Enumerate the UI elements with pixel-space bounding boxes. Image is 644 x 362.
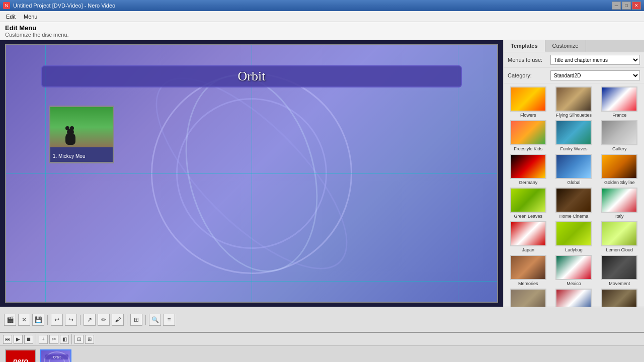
tl-play-btn[interactable]: ▶ (14, 335, 23, 344)
tl-zoom-select[interactable]: ⊡ (74, 335, 84, 344)
pen-btn[interactable]: ✏ (98, 314, 110, 326)
template-home-cinema[interactable]: Home Cinema (552, 188, 596, 219)
category-row: Category: Standard2D (504, 68, 644, 83)
template-italy[interactable]: Italy (598, 188, 641, 219)
template-netherlands[interactable]: Netherlands (552, 289, 596, 307)
template-thumb-germany (510, 154, 546, 179)
template-thumb-flowers (510, 86, 546, 112)
template-flying-silhouettes[interactable]: Flying Silhouettes (552, 86, 596, 118)
dvd-canvas[interactable]: Orbit 1. Mickey Mou (5, 44, 498, 303)
maximize-button[interactable]: □ (622, 2, 631, 10)
minimize-button[interactable]: ─ (612, 2, 621, 10)
list-btn[interactable]: ≡ (163, 314, 175, 326)
window-title: Untitled Project [DVD-Video] - Nero Vide… (13, 3, 612, 9)
template-name-global: Global (567, 180, 580, 185)
template-name-flying-silhouettes: Flying Silhouettes (556, 113, 592, 118)
redo-btn[interactable]: ↪ (65, 314, 77, 326)
template-thumb-golden-skyline (601, 154, 637, 179)
template-name-lemon-cloud: Lemon Cloud (606, 247, 633, 252)
template-ladybug[interactable]: Ladybug (552, 221, 596, 252)
tl-add-btn[interactable]: + (39, 335, 48, 344)
template-thumb-italy (601, 188, 637, 213)
close-button[interactable]: ✕ (632, 2, 641, 10)
thumb-scene (50, 107, 113, 147)
grid-btn[interactable]: ⊞ (130, 314, 142, 326)
clip-intro-thumb: nero (5, 349, 36, 362)
template-thumb-home-cinema (555, 188, 592, 213)
menus-to-use-select[interactable]: Title and chapter menus (550, 55, 640, 65)
mickey-body (65, 133, 75, 145)
template-name-golden-skyline: Golden Skyline (604, 180, 635, 185)
tl-back-btn[interactable]: ⏮ (3, 335, 12, 344)
template-thumb-france (601, 86, 637, 112)
template-thumb-japan (510, 221, 546, 246)
clip-main-menu[interactable]: Orbit Main Menu (40, 349, 71, 362)
svg-text:Orbit: Orbit (53, 355, 60, 359)
window-controls[interactable]: ─ □ ✕ (612, 2, 641, 10)
category-label: Category: (508, 72, 550, 78)
brush-btn[interactable]: 🖌 (112, 314, 124, 326)
tl-stop-btn[interactable]: ⏹ (24, 335, 33, 344)
menu-edit[interactable]: Edit (2, 13, 20, 21)
tab-templates[interactable]: Templates (504, 40, 545, 52)
delete-btn[interactable]: ✕ (18, 314, 30, 326)
template-gallery[interactable]: Gallery (598, 120, 641, 151)
template-freestyle-kids[interactable]: Freestyle Kids (507, 120, 550, 151)
bottom-toolbar: 🎬 ✕ 💾 ↩ ↪ ↗ ✏ 🖌 ⊞ 🔍 ≡ (0, 307, 644, 332)
template-thumb-lemon-cloud (601, 221, 637, 246)
template-japan[interactable]: Japan (507, 221, 550, 252)
template-thumb-funky-waves (555, 120, 592, 145)
timeline-section: ⏮ ▶ ⏹ + ✂ ◧ ⊡ ⊞ nero Intro Video (0, 332, 644, 362)
template-thumb-freestyle-kids (510, 120, 546, 145)
tl-sep-1 (36, 334, 36, 344)
timeline-clips: nero Intro Video Orbit Main Menu (0, 346, 644, 362)
tl-sep-2 (71, 334, 72, 344)
toolbar-separator-2 (80, 315, 80, 325)
zoom-btn[interactable]: 🔍 (149, 314, 161, 326)
template-name-movement: Movement (609, 281, 630, 286)
template-old-film[interactable]: Old Film (598, 289, 641, 307)
template-name-italy: Italy (615, 214, 624, 219)
template-global[interactable]: Global (552, 154, 596, 185)
template-thumb-netherlands (555, 289, 592, 307)
template-thumb-flying-silhouettes (555, 86, 592, 112)
template-lemon-cloud[interactable]: Lemon Cloud (598, 221, 641, 252)
chapter-label: 1. Mickey Mou (50, 147, 113, 163)
tl-trim-btn[interactable]: ◧ (60, 335, 69, 344)
clip-intro-video[interactable]: nero Intro Video (5, 349, 36, 362)
template-name-memories: Memories (518, 281, 538, 286)
template-name-france: France (612, 113, 626, 118)
tl-fit-btn[interactable]: ⊞ (85, 335, 94, 344)
template-name-flowers: Flowers (520, 113, 536, 118)
category-select[interactable]: Standard2D (550, 70, 640, 80)
page-header: Edit Menu Customize the disc menu. (0, 22, 644, 40)
save-btn[interactable]: 💾 (32, 314, 44, 326)
template-memories[interactable]: Memories (507, 255, 550, 286)
view-btn[interactable]: 🎬 (4, 314, 16, 326)
template-green-leaves[interactable]: Green Leaves (507, 188, 550, 219)
arrow-btn[interactable]: ↗ (84, 314, 96, 326)
menus-to-use-row: Menus to use: Title and chapter menus (504, 52, 644, 68)
template-germany[interactable]: Germany (507, 154, 550, 185)
template-name-home-cinema: Home Cinema (559, 214, 589, 219)
tl-scissors-btn[interactable]: ✂ (49, 335, 58, 344)
template-golden-skyline[interactable]: Golden Skyline (598, 154, 641, 185)
main-layout: Orbit 1. Mickey Mou Templates Customize (0, 40, 644, 307)
page-title: Edit Menu (5, 24, 639, 32)
template-movie-star[interactable]: Movie Star (507, 289, 550, 307)
main-menu-svg: Orbit (41, 350, 71, 362)
template-france[interactable]: France (598, 86, 641, 118)
toolbar-separator-1 (47, 315, 48, 325)
template-thumb-global (555, 154, 592, 179)
template-thumb-memories (510, 255, 546, 280)
template-mexico[interactable]: Mexico (552, 255, 596, 286)
template-thumb-gallery (601, 120, 637, 145)
tab-customize[interactable]: Customize (545, 40, 586, 52)
template-funky-waves[interactable]: Funky Waves (552, 120, 596, 151)
chapter-thumbnail[interactable]: 1. Mickey Mou (49, 106, 114, 163)
undo-btn[interactable]: ↩ (51, 314, 63, 326)
menu-menu[interactable]: Menu (20, 13, 42, 21)
menu-title-bar[interactable]: Orbit (41, 65, 462, 87)
template-movement[interactable]: Movement (598, 255, 641, 286)
template-flowers[interactable]: Flowers (507, 86, 550, 118)
